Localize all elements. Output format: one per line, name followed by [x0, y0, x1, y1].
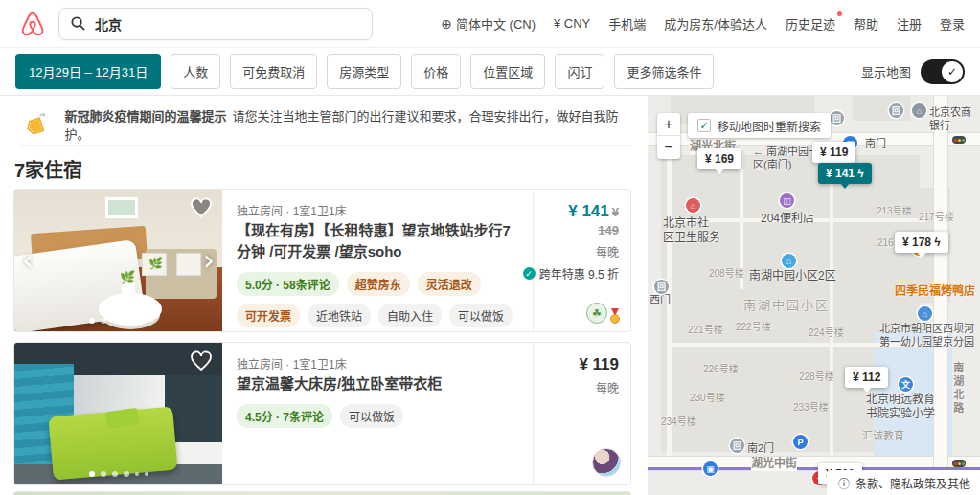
health-service-icon: ⌂ [686, 198, 700, 213]
listing-card[interactable]: 独立房间 · 1室1卫1床 望京温馨大床房/独立卧室带衣柜 4.5分 · 7条评… [13, 342, 631, 485]
map-label: 230号楼 [690, 393, 725, 405]
checkbox-checked-icon[interactable]: ✓ [697, 119, 711, 132]
listing-title: 【现在有房】【长租特惠】望京地铁站步行7分钟 /可开发票 /望京soho [237, 220, 519, 262]
show-map-toggle[interactable]: ✓ [921, 59, 965, 84]
nav-language[interactable]: ⊕简体中文 (CN) [441, 14, 536, 33]
zoom-out-button[interactable]: − [657, 136, 680, 159]
nav-signup[interactable]: 注册 [897, 14, 922, 33]
nav-help[interactable]: 帮助 [854, 14, 878, 33]
filter-price[interactable]: 价格 [411, 54, 461, 89]
map-price-pin[interactable]: ¥ 141 ϟ [818, 163, 872, 184]
photo-next-arrow[interactable]: › [203, 246, 215, 275]
zoom-in-button[interactable]: + [657, 113, 680, 136]
search-on-move-control[interactable]: ✓ 移动地图时重新搜索 [688, 113, 831, 138]
nav-history[interactable]: 历史足迹 [786, 14, 835, 33]
listing-card-partial[interactable] [13, 491, 631, 495]
nav-currency[interactable]: ¥ CNY [554, 16, 590, 31]
wishlist-heart-icon[interactable] [190, 197, 213, 218]
map-label: 222号楼 [736, 322, 771, 334]
map-price-pin[interactable]: ¥ 112 [845, 367, 888, 388]
map-label: 南湖中园小区2区 [749, 269, 836, 283]
filter-instant-book[interactable]: 闪订 [555, 54, 604, 89]
listing-tags-0: 5.0分 · 58条评论超赞房东灵活退改可开发票近地铁站自助入住可以做饭 [237, 272, 519, 327]
listing-photo[interactable]: 🌿 🌿 ‹ › [14, 190, 222, 331]
host-avatar[interactable] [592, 448, 621, 477]
toggle-check-icon: ✓ [942, 61, 963, 82]
map-label: 221号楼 [688, 325, 723, 337]
globe-icon: ⊕ [441, 16, 452, 32]
listing-tag: 5.0分 · 58条评论 [237, 272, 339, 296]
filter-more[interactable]: 更多筛选条件 [614, 54, 714, 89]
listing-type: 独立房间 · 1室1卫1床 [237, 355, 519, 371]
nav-mobile[interactable]: 手机端 [608, 14, 646, 33]
map-label: 217号楼 [919, 212, 954, 224]
map-label: 南湖北路 [950, 362, 964, 416]
photo-dots[interactable] [14, 318, 222, 324]
map-label: 南湖中园小区 [743, 298, 830, 313]
map-label: 四季民福烤鸭店 [895, 284, 975, 299]
photo-prev-arrow[interactable]: ‹ [22, 246, 34, 275]
convenience-store-icon: ◫ [780, 193, 794, 208]
photo-detail [176, 253, 201, 276]
notice-title: 新冠肺炎疫情期间的温馨提示 [64, 109, 226, 124]
show-map-label: 显示地图 [861, 62, 911, 80]
map-label: 228号楼 [799, 371, 834, 384]
metro-entrance-icon: 回 [889, 103, 903, 118]
map-label: 226号楼 [703, 364, 739, 376]
tag-icon [21, 110, 49, 139]
search-box[interactable] [58, 8, 373, 40]
metro-entrance-icon: 回 [730, 439, 744, 453]
listing-tag: 自助入住 [378, 304, 442, 327]
results-column: 新冠肺炎疫情期间的温馨提示请您关注当地主管部门的出行建议和要求，合理安排出行，做… [0, 96, 648, 495]
date-filter-button[interactable]: 12月29日 – 12月31日 [15, 54, 161, 89]
page: ⊕简体中文 (CN) ¥ CNY 手机端 成为房东/体验达人 历史足迹 帮助 注… [0, 0, 980, 495]
metro-entrance-icon: 回 [654, 280, 669, 294]
map-attribution[interactable]: ⓘ 条款、隐私政策及其他 [827, 470, 980, 495]
map-price-pin[interactable]: ¥ 178 ϟ [895, 232, 948, 253]
photo-detail: 🌿 [148, 257, 163, 270]
wishlist-heart-icon[interactable] [190, 350, 213, 371]
nav-become-host[interactable]: 成为房东/体验达人 [664, 14, 767, 33]
info-icon: ⓘ [838, 475, 850, 491]
listing-tags-1: 4.5分 · 7条评论可以做饭 [237, 404, 519, 428]
attribution-label: 条款、隐私政策及其他 [855, 475, 970, 491]
map-canvas[interactable]: + − ✓ 移动地图时重新搜索 ⓘ 条款、隐私政策及其他 北京农商银行湖光北街←… [648, 96, 980, 495]
filter-free-cancel[interactable]: 可免费取消 [230, 54, 317, 89]
listing-card[interactable]: 🌿 🌿 ‹ › 独立房间 · 1室1卫1床 【现在有房】【长租特惠】望京地铁站步… [13, 189, 631, 332]
map-label: 南门 [865, 138, 886, 151]
map-label: 204便利店 [761, 212, 814, 226]
listing-title: 望京温馨大床房/独立卧室带衣柜 [237, 373, 519, 394]
listing-tag: 可以做饭 [449, 304, 513, 327]
listing-price: ¥ 141 [568, 202, 609, 220]
map-label: 北京市朝阳区西坝河 第一幼儿园望京分园 [879, 323, 974, 349]
filter-room-type[interactable]: 房源类型 [327, 54, 401, 89]
photo-dots[interactable] [14, 471, 222, 477]
listing-tag: 超赞房东 [347, 272, 410, 296]
medal-badge-icon [609, 308, 621, 324]
results-count: 7家住宿 [14, 155, 82, 183]
map-price-pin[interactable]: ¥ 119 [812, 142, 855, 163]
map-label: 西门 [650, 294, 671, 307]
listing-type: 独立房间 · 1室1卫1床 [237, 202, 519, 218]
map-label: 224号楼 [809, 327, 844, 340]
top-header: ⊕简体中文 (CN) ¥ CNY 手机端 成为房东/体验达人 历史足迹 帮助 注… [0, 0, 980, 48]
map-label: 213号楼 [877, 206, 912, 218]
listing-photo[interactable] [14, 343, 222, 484]
nav-login[interactable]: 登录 [940, 14, 965, 33]
search-input[interactable] [95, 16, 360, 32]
school-icon: 文 [899, 377, 913, 392]
filter-guests[interactable]: 人数 [171, 54, 220, 89]
map-label: ← 南湖中园一 区(南门) [753, 146, 819, 172]
search-icon [71, 16, 85, 31]
listing-price: ¥ 119 [579, 355, 619, 373]
airbnb-logo-icon[interactable] [18, 10, 47, 38]
map-price-pin[interactable]: ¥ 169 [697, 148, 741, 169]
listing-tag: 灵活退改 [418, 272, 481, 296]
bus-stop-icon: ▣ [703, 461, 718, 476]
eco-badge-icon: ☘ [586, 303, 607, 324]
parking-icon: P [793, 435, 808, 449]
notification-dot [837, 11, 842, 16]
filter-area[interactable]: 位置区域 [470, 54, 545, 89]
listing-tag: 可以做饭 [340, 404, 403, 428]
kindergarten-icon: ⌂ [918, 306, 932, 321]
